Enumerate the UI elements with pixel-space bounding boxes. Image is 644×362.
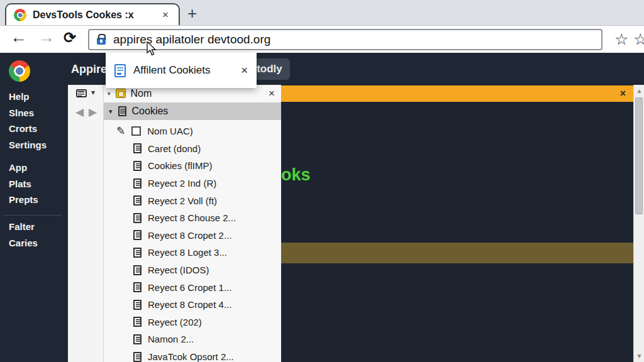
tree-row-label: Reyect (IDOS) — [148, 265, 209, 275]
tree-row[interactable]: Cookies (flIMP) — [104, 157, 281, 175]
tab-strip: DevsTools Cookes :x × + — [0, 0, 644, 25]
popup-close-icon[interactable]: × — [241, 63, 248, 77]
document-icon — [133, 143, 142, 153]
tree-row[interactable]: Namon 2... — [104, 331, 281, 348]
document-icon — [133, 317, 142, 327]
scrollbar-thumb[interactable] — [635, 97, 643, 214]
bookmark-star-icon-2[interactable]: ☆ — [633, 30, 644, 48]
browser-toolbar: ← → ⟳ appires apilatoler devtood.org ☆ ☆ — [0, 25, 644, 53]
highlighted-row-bar — [281, 243, 633, 263]
notification-banner: × — [281, 85, 633, 102]
browser-window: DevsTools Cookes :x × + ← → ⟳ appires ap… — [0, 0, 644, 362]
document-icon — [133, 300, 142, 310]
page-content: × oks — [281, 85, 633, 362]
tree-row-cookies-selected[interactable]: ▾ Cookies — [104, 102, 281, 120]
tree-close-icon[interactable]: × — [269, 87, 275, 100]
sidebar-item-prepts[interactable]: Prepts — [9, 194, 38, 211]
document-icon — [133, 334, 142, 344]
banner-close-icon[interactable]: × — [620, 88, 626, 99]
sidebar-group-2: App Plats Prepts — [9, 162, 38, 211]
scrollbar[interactable]: ▲ ▼ — [633, 85, 644, 362]
sidebar-item-app[interactable]: App — [9, 162, 38, 178]
lock-icon — [97, 38, 106, 45]
tree-row[interactable]: Reyect 8 Chouse 2... — [104, 209, 281, 227]
new-tab-button[interactable]: + — [187, 4, 197, 23]
scroll-down-icon[interactable]: ▼ — [634, 353, 644, 359]
pencil-icon: ✎ — [116, 124, 125, 138]
sidebar-item-plats[interactable]: Plats — [9, 178, 38, 195]
document-icon — [133, 195, 142, 206]
sidebar-item-crorts[interactable]: Crorts — [9, 123, 47, 140]
collapse-caret-icon[interactable]: ▾ — [108, 90, 111, 97]
tree-row[interactable]: Reyect 6 Cropet 1... — [104, 278, 281, 296]
chevron-down-icon[interactable]: ▾ — [91, 88, 95, 97]
tree-row-label: Reyect 6 Cropet 1... — [148, 282, 231, 293]
tab-favicon-icon — [14, 9, 26, 21]
tree-row[interactable]: ✎ Nom UAC) — [104, 123, 281, 140]
tree-row[interactable]: Reyect (202) — [104, 314, 281, 331]
tree-row[interactable]: Reyect 8 Cropet 4... — [104, 296, 281, 314]
history-back-icon[interactable]: ◀ — [75, 106, 84, 119]
tree-row-label: Reyect 8 Cropet 2... — [148, 230, 231, 241]
document-icon — [118, 106, 126, 116]
forward-icon[interactable]: → — [38, 28, 55, 47]
tree-row[interactable]: Reyect 8 Loget 3... — [104, 244, 281, 261]
sidebar-item-falter[interactable]: Falter — [9, 221, 38, 238]
document-icon — [133, 213, 142, 223]
document-icon — [133, 248, 142, 258]
sidebar-item-slnes[interactable]: Slnes — [9, 107, 47, 124]
chrome-logo-icon — [9, 60, 30, 82]
tree-row-label: Cookies (flIMP) — [148, 160, 213, 171]
tree-row[interactable]: Reyect (IDOS) — [104, 261, 281, 279]
sidebar-group-3: Falter Caries — [9, 221, 38, 253]
tab-title: DevsTools Cookes :x — [33, 9, 153, 21]
tree-row[interactable]: JavaTcok Opsort 2... — [104, 348, 281, 362]
tab-close-icon[interactable]: × — [160, 9, 171, 21]
url-text: appires apilatoler devtood.org — [113, 33, 270, 47]
tree-row-label: Namon 2... — [148, 334, 194, 344]
scroll-up-icon[interactable]: ▲ — [634, 87, 644, 94]
address-bar[interactable]: appires apilatoler devtood.org — [88, 29, 602, 50]
tree-row[interactable]: Caret (dond) — [104, 140, 281, 158]
tree-row[interactable]: Reyect 2 Ind (R) — [104, 175, 281, 192]
partial-green-text: oks — [281, 165, 311, 185]
checkbox[interactable] — [131, 126, 141, 136]
document-icon — [133, 178, 142, 189]
document-icon — [133, 265, 142, 275]
back-icon[interactable]: ← — [10, 28, 27, 47]
document-icon — [133, 282, 142, 292]
tree-row-label: Caret (dond) — [148, 143, 201, 154]
tree-row-label: Reyect 8 Cropet 4... — [148, 299, 231, 310]
browser-tab[interactable]: DevsTools Cookes :x × — [5, 3, 180, 26]
history-forward-icon[interactable]: ▶ — [89, 106, 97, 119]
sidebar-item-caries[interactable]: Caries — [9, 238, 38, 254]
sidebar-item-sertings[interactable]: Sertings — [9, 140, 47, 156]
file-icon — [114, 64, 126, 77]
tree-row[interactable]: Reyect 2 Voll (ft) — [104, 192, 281, 209]
tree-row-label: JavaTcok Opsort 2... — [148, 351, 234, 362]
popup-label: Affilent Cookiets — [133, 64, 233, 77]
document-icon — [133, 352, 142, 362]
sidebar-divider — [4, 215, 62, 216]
cookies-popup: Affilent Cookiets × — [106, 53, 257, 88]
sidebar-group-1: Help Slnes Crorts Sertings — [9, 91, 47, 155]
tree-row-label: Nom UAC) — [147, 126, 193, 136]
app-title: Appire — [71, 63, 107, 76]
tree-row-label: Reyect (202) — [148, 317, 202, 327]
document-icon — [133, 161, 142, 171]
cookies-tree-panel: ▾ Nom × ▾ Cookies ✎ Nom UAC) Caret (dond… — [104, 85, 281, 362]
dock-panel-icon[interactable] — [76, 89, 87, 97]
sidebar-item-help[interactable]: Help — [9, 91, 47, 107]
mouse-cursor-icon — [147, 41, 157, 57]
tree-row[interactable]: Reyect 8 Cropet 2... — [104, 227, 281, 244]
tree-row-label: Reyect 2 Ind (R) — [148, 178, 216, 189]
bookmark-star-icon[interactable]: ☆ — [614, 30, 628, 48]
reload-icon[interactable]: ⟳ — [64, 29, 76, 47]
tree-header-label: Nom — [131, 88, 264, 99]
tree-row-label: Cookies — [132, 106, 169, 117]
tree-row-label: Reyect 2 Voll (ft) — [148, 195, 217, 206]
app-area: Appire todly Help Slnes Crorts Sertings … — [0, 53, 644, 362]
tree-row-label: Reyect 8 Loget 3... — [148, 247, 227, 258]
tree-row-label: Reyect 8 Chouse 2... — [148, 212, 236, 223]
expand-caret-icon[interactable]: ▾ — [109, 107, 113, 116]
